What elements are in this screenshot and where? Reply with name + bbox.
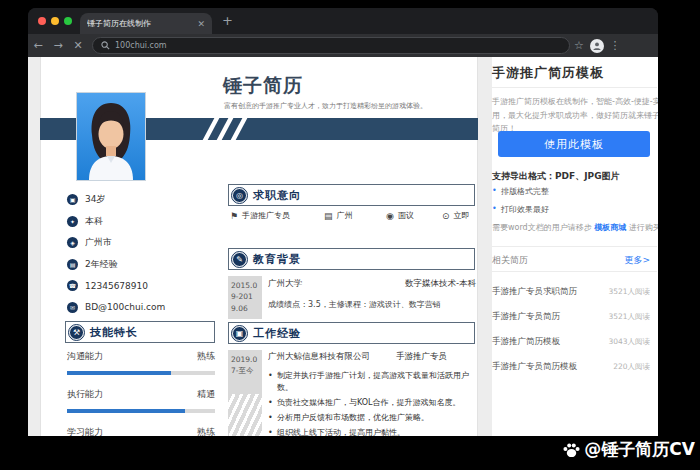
intention-row: ⚑ 手游推广专员 ▤ 广州 ◉ 面议 ⊙ 立即 xyxy=(230,210,475,221)
profile-item-age: ▣ 34岁 xyxy=(67,189,165,211)
export-points-list: 排版格式完整 打印效果最好 xyxy=(492,186,549,222)
search-icon xyxy=(101,41,110,50)
related-resume-item[interactable]: 手游推广专员简历模板 220人阅读 xyxy=(492,354,650,379)
profile-item-education: ✦ 本科 xyxy=(67,211,165,233)
related-resume-item[interactable]: 手游推广专员求职简历 3521人阅读 xyxy=(492,279,650,304)
skill-level: 精通 xyxy=(197,388,215,401)
browser-window: 锤子简历在线制作 ✕ + ← → ✕ 100chui.com ☆ ⋮ xyxy=(28,8,658,436)
bag-icon: ⚑ xyxy=(230,211,238,221)
profile-value: 34岁 xyxy=(85,193,105,206)
paw-logo-icon xyxy=(562,440,581,459)
location-icon: ◈ xyxy=(67,237,78,248)
skills-list: 沟通能力 熟练 执行能力 精通 学习能力 熟练 xyxy=(67,350,215,436)
address-bar[interactable]: 100chui.com xyxy=(92,37,570,54)
word-note-text: 需要word文档的用户请移步 xyxy=(492,223,594,232)
export-formats-title: 支持导出格式：PDF、JPG图片 xyxy=(492,170,620,183)
intention-value: 立即 xyxy=(454,210,470,221)
person-icon xyxy=(592,41,602,51)
profile-photo xyxy=(77,93,145,180)
degree-icon: ✦ xyxy=(67,216,78,227)
resume-name: 锤子简历 xyxy=(223,73,303,99)
section-title: 工作经验 xyxy=(253,326,301,341)
divider xyxy=(492,271,657,272)
section-title: 教育背景 xyxy=(253,252,301,267)
page-viewport: 锤子简历 富有创意的手游推广专业人才，致力于打造精彩纷呈的游戏体验。 ▣ 34岁… xyxy=(28,57,658,436)
more-link[interactable]: 更多> xyxy=(624,254,650,267)
forward-icon[interactable]: → xyxy=(48,39,68,52)
use-template-button[interactable]: 使用此模板 xyxy=(498,131,650,157)
word-note-text: 进行购买 xyxy=(626,223,658,232)
age-icon: ▣ xyxy=(67,194,78,205)
related-resume-list: 手游推广专员求职简历 3521人阅读 手游推广专员简历 3521人阅读 手游推广… xyxy=(492,279,650,379)
profile-value: 广州市 xyxy=(85,236,112,249)
profile-value: 2年经验 xyxy=(85,258,118,271)
work-bullet: 组织线上线下活动，提高用户黏性。 xyxy=(268,427,476,436)
skill-row: 学习能力 熟练 xyxy=(67,426,215,436)
intention-city: ▤ 广州 xyxy=(324,210,386,221)
menu-dots-icon[interactable]: ⋮ xyxy=(606,39,624,52)
related-resume-title: 手游推广专员简历模板 xyxy=(492,361,577,373)
back-icon[interactable]: ← xyxy=(28,39,48,52)
intention-value: 广州 xyxy=(337,210,353,221)
template-description: 手游推广简历模板在线制作，智能-高效-便捷-实用，最大化提升求职成功率，做好简历… xyxy=(492,95,658,136)
education-date: 2015.09-2019.06 xyxy=(228,276,262,319)
profile-value: BD@100chui.com xyxy=(85,302,165,312)
intention-value: 手游推广专员 xyxy=(242,210,290,221)
section-education-header: ✎ 教育背景 xyxy=(228,248,475,270)
intention-salary: ◉ 面议 xyxy=(386,210,442,221)
new-tab-button[interactable]: + xyxy=(222,13,233,28)
minimize-window-button[interactable] xyxy=(51,17,59,25)
education-degree: 数字媒体技术-本科 xyxy=(405,278,476,290)
maximize-window-button[interactable] xyxy=(64,17,72,25)
intention-value: 面议 xyxy=(398,210,414,221)
skill-row: 沟通能力 熟练 xyxy=(67,350,215,375)
related-resume-item[interactable]: 手游推广专员简历 3521人阅读 xyxy=(492,304,650,329)
skill-name: 执行能力 xyxy=(67,388,103,401)
work-bullet: 制定并执行手游推广计划，提高游戏下载量和活跃用户数。 xyxy=(268,370,476,394)
bookmark-star-icon[interactable]: ☆ xyxy=(570,39,588,52)
skill-row: 执行能力 精通 xyxy=(67,388,215,413)
tab-title: 锤子简历在线制作 xyxy=(87,18,193,29)
tools-icon: ⚒ xyxy=(69,325,84,340)
coin-icon: ◉ xyxy=(386,211,394,221)
work-bullet: 分析用户反馈和市场数据，优化推广策略。 xyxy=(268,412,476,424)
related-resume-title: 手游推广简历模板 xyxy=(492,336,560,348)
education-entry: 广州大学 数字媒体技术-本科 成绩绩点：3.5，主修课程：游戏设计、数字营销 xyxy=(268,278,476,310)
skill-name: 沟通能力 xyxy=(67,350,103,363)
tab-close-icon[interactable]: ✕ xyxy=(197,19,205,29)
profile-item-city: ◈ 广州市 xyxy=(67,232,165,254)
profile-avatar-icon[interactable] xyxy=(590,39,604,53)
url-text: 100chui.com xyxy=(115,41,167,50)
related-resume-reads: 3521人阅读 xyxy=(608,287,650,297)
work-company: 广州大鲸信息科技有限公司 xyxy=(268,351,370,363)
template-title: 手游推广简历模板 xyxy=(492,64,604,82)
section-title: 技能特长 xyxy=(90,325,138,340)
work-bullet-list: 制定并执行手游推广计划，提高游戏下载量和活跃用户数。 负责社交媒体推广，与KOL… xyxy=(268,370,476,436)
book-icon: ✎ xyxy=(232,252,247,267)
profile-item-email: ✉ BD@100chui.com xyxy=(67,297,165,319)
briefcase-icon: ▤ xyxy=(67,259,78,270)
skill-bar-track xyxy=(67,371,215,375)
watermark: @锤子简历CV xyxy=(562,438,695,461)
skill-bar-fill xyxy=(67,409,185,413)
related-header: 相关简历 更多> xyxy=(492,254,650,267)
related-resume-title: 手游推广专员简历 xyxy=(492,311,560,323)
related-resume-item[interactable]: 手游推广简历模板 3043人阅读 xyxy=(492,329,650,354)
stop-icon[interactable]: ✕ xyxy=(68,39,88,52)
export-point: 打印效果最好 xyxy=(492,204,549,215)
browser-tab[interactable]: 锤子简历在线制作 ✕ xyxy=(80,13,212,34)
work-position: 手游推广专员 xyxy=(396,351,447,363)
email-icon: ✉ xyxy=(67,302,78,313)
profile-item-phone: ☎ 12345678910 xyxy=(67,275,165,297)
skill-level: 熟练 xyxy=(197,350,215,363)
work-date-text: 2019.07-至今 xyxy=(231,355,257,375)
education-school: 广州大学 xyxy=(268,278,302,290)
related-resume-reads: 3521人阅读 xyxy=(608,312,650,322)
close-window-button[interactable] xyxy=(38,17,46,25)
phone-icon: ☎ xyxy=(67,280,78,291)
template-mall-link[interactable]: 模板商城 xyxy=(594,223,626,232)
browser-toolbar: ← → ✕ 100chui.com ☆ ⋮ xyxy=(28,34,658,57)
related-resume-reads: 3043人阅读 xyxy=(608,337,650,347)
section-skills-header: ⚒ 技能特长 xyxy=(65,321,215,343)
work-entry: 广州大鲸信息科技有限公司 手游推广专员 制定并执行手游推广计划，提高游戏下载量和… xyxy=(268,351,476,436)
